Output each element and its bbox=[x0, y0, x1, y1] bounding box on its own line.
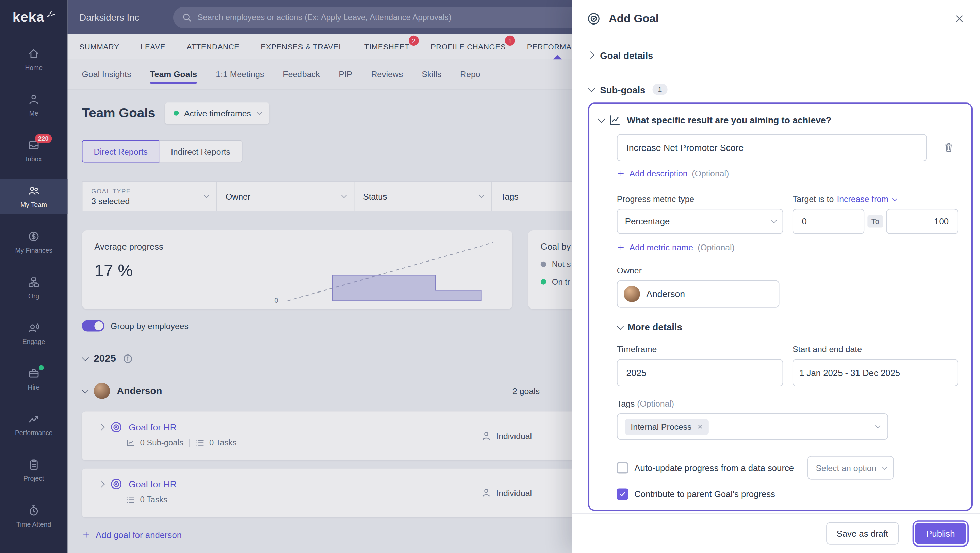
legend-dot-green bbox=[541, 279, 546, 285]
employee-name: Anderson bbox=[117, 385, 162, 396]
team-icon bbox=[27, 185, 40, 197]
sidebar-item-me[interactable]: Me bbox=[0, 88, 67, 123]
goal-title-link[interactable]: Goal for HR bbox=[129, 479, 177, 489]
sidebar-item-label: Time Attend bbox=[16, 520, 51, 528]
keka-logo-sparkle-icon bbox=[46, 9, 55, 18]
owner-name: Anderson bbox=[646, 289, 685, 299]
tab-label: PROFILE CHANGES bbox=[431, 43, 506, 51]
subtab-feedback[interactable]: Feedback bbox=[283, 59, 320, 89]
sidebar-item-home[interactable]: Home bbox=[0, 42, 67, 77]
group-by-employees-toggle[interactable] bbox=[82, 320, 105, 331]
auto-update-checkbox[interactable] bbox=[617, 462, 628, 473]
status-filter[interactable]: Status bbox=[354, 182, 492, 210]
tab-profile-changes[interactable]: PROFILE CHANGES 1 bbox=[431, 34, 506, 59]
time-attend-icon bbox=[27, 504, 40, 516]
subgoal-name-input[interactable] bbox=[617, 134, 927, 161]
info-icon[interactable] bbox=[123, 354, 132, 363]
add-description-link[interactable]: Add description (Optional) bbox=[617, 169, 958, 178]
target-to-input[interactable] bbox=[886, 209, 958, 234]
more-details-toggle[interactable]: More details bbox=[617, 322, 958, 332]
drawer-footer: Save as draft Publish bbox=[572, 513, 980, 553]
goal-type: Individual bbox=[496, 488, 532, 498]
optional-hint: (Optional) bbox=[637, 399, 674, 409]
target-from-input[interactable] bbox=[792, 209, 865, 234]
subtab-team-goals[interactable]: Team Goals bbox=[150, 59, 197, 89]
more-details-label: More details bbox=[627, 322, 682, 332]
search-input[interactable] bbox=[197, 13, 601, 22]
group-by-employees-label: Group by employees bbox=[111, 321, 189, 331]
indirect-reports-button[interactable]: Indirect Reports bbox=[159, 140, 242, 163]
tab-label: ATTENDANCE bbox=[187, 43, 240, 51]
timeframe-filter-dropdown[interactable]: Active timeframes bbox=[165, 102, 269, 124]
goal-type-filter[interactable]: GOAL TYPE 3 selected bbox=[82, 182, 217, 210]
chevron-right-icon bbox=[587, 51, 594, 59]
sidebar-item-project[interactable]: Project bbox=[0, 453, 67, 488]
keka-logo[interactable]: keka bbox=[0, 0, 67, 34]
global-search[interactable] bbox=[173, 6, 611, 27]
subtab-goal-insights[interactable]: Goal Insights bbox=[82, 59, 131, 89]
tab-attendance[interactable]: ATTENDANCE bbox=[187, 34, 240, 59]
goal-target-icon bbox=[110, 478, 123, 490]
search-icon bbox=[182, 12, 192, 22]
active-tab-caret bbox=[553, 55, 562, 60]
engage-icon bbox=[27, 322, 40, 334]
timeframe-input[interactable] bbox=[617, 359, 783, 386]
employee-goals-count: 2 goals bbox=[512, 386, 540, 396]
sidebar-item-performance[interactable]: Performance bbox=[0, 407, 67, 442]
subgoal-header[interactable]: What specific result are you aiming to a… bbox=[598, 114, 958, 126]
tags-label: Tags bbox=[617, 399, 635, 409]
add-metric-name-label: Add metric name bbox=[630, 243, 693, 252]
add-goal-label: Add goal for anderson bbox=[95, 530, 182, 540]
remove-tag-icon[interactable] bbox=[697, 423, 703, 429]
employee-group-header[interactable]: Anderson 2 goals bbox=[82, 383, 644, 399]
plus-icon bbox=[82, 531, 91, 539]
subtab-1-1-meetings[interactable]: 1:1 Meetings bbox=[216, 59, 264, 89]
hire-icon bbox=[27, 367, 40, 380]
sidebar-item-hire[interactable]: Hire bbox=[0, 362, 67, 397]
data-source-select[interactable]: Select an option bbox=[808, 456, 894, 480]
add-goal-drawer: Add Goal Goal details Sub-goals 1 What s… bbox=[572, 0, 980, 553]
employee-collapse-chevron-icon[interactable] bbox=[82, 386, 89, 394]
subtab-reports[interactable]: Repo bbox=[460, 59, 480, 89]
chevron-down-icon bbox=[772, 218, 777, 223]
sidebar-item-time-attend[interactable]: Time Attend bbox=[0, 499, 67, 534]
sidebar-item-engage[interactable]: Engage bbox=[0, 316, 67, 351]
add-metric-name-link[interactable]: Add metric name (Optional) bbox=[617, 243, 958, 252]
tab-summary[interactable]: SUMMARY bbox=[79, 34, 119, 59]
app-root: keka Home Me 220 Inbox bbox=[0, 0, 980, 553]
target-mode-dropdown[interactable]: Increase from bbox=[837, 194, 888, 204]
date-range-input[interactable] bbox=[792, 359, 958, 386]
tab-leave[interactable]: LEAVE bbox=[140, 34, 165, 59]
sidebar-item-inbox[interactable]: 220 Inbox bbox=[0, 133, 67, 168]
year-collapse-chevron-icon[interactable] bbox=[82, 354, 89, 361]
contribute-checkbox[interactable] bbox=[617, 488, 628, 500]
drawer-header: Add Goal bbox=[572, 0, 980, 37]
tags-select[interactable]: Internal Process bbox=[617, 413, 888, 440]
goal-title-link[interactable]: Goal for HR bbox=[129, 422, 177, 432]
subtab-pip[interactable]: PIP bbox=[339, 59, 352, 89]
expand-chevron-icon[interactable] bbox=[98, 424, 105, 431]
metric-type-select[interactable]: Percentage bbox=[617, 209, 783, 234]
subtab-reviews[interactable]: Reviews bbox=[371, 59, 403, 89]
save-as-draft-button[interactable]: Save as draft bbox=[826, 522, 899, 545]
owner-select[interactable]: Anderson bbox=[617, 280, 780, 308]
keka-logo-text: keka bbox=[13, 9, 45, 25]
subgoals-label: Sub-goals bbox=[600, 84, 645, 95]
subgoals-section-toggle[interactable]: Sub-goals 1 bbox=[588, 80, 972, 99]
inbox-icon: 220 bbox=[27, 139, 40, 151]
tab-label: LEAVE bbox=[140, 43, 165, 51]
goal-details-section-toggle[interactable]: Goal details bbox=[588, 41, 972, 69]
sidebar-item-my-finances[interactable]: My Finances bbox=[0, 225, 67, 260]
sidebar-item-my-team[interactable]: My Team bbox=[0, 179, 67, 214]
subtab-skills[interactable]: Skills bbox=[422, 59, 441, 89]
tab-timesheet[interactable]: TIMESHEET 2 bbox=[364, 34, 410, 59]
close-icon[interactable] bbox=[954, 13, 965, 24]
expand-chevron-icon[interactable] bbox=[98, 480, 105, 488]
delete-subgoal-icon[interactable] bbox=[943, 142, 955, 153]
tasks-icon bbox=[126, 495, 135, 504]
direct-reports-button[interactable]: Direct Reports bbox=[82, 140, 159, 163]
sidebar-item-org[interactable]: Org bbox=[0, 270, 67, 305]
tab-expenses-travel[interactable]: EXPENSES & TRAVEL bbox=[261, 34, 343, 59]
publish-button[interactable]: Publish bbox=[915, 523, 966, 544]
owner-filter[interactable]: Owner bbox=[217, 182, 354, 210]
